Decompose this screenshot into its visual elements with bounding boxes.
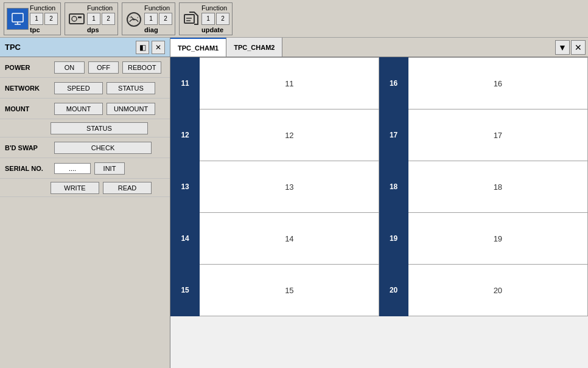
right-panel-header: TPC_CHAM1 TPC_CHAM2 ▼ ✕ [170,38,588,57]
panel-title: TPC [5,43,133,52]
grid-right-val: 18 [408,161,587,213]
tab-tpc-cham2[interactable]: TPC_CHAM2 [226,38,282,57]
toolbar: Function 1 2 tpc Function 1 2 dps [0,0,588,38]
svg-rect-5 [78,16,82,18]
tab-tpc-cham1[interactable]: TPC_CHAM1 [170,38,226,57]
table-row: 13131818 [171,161,588,213]
dps-btn-2[interactable]: 2 [102,13,115,25]
update-func-label: Function [201,4,228,12]
grid-left-num: 13 [171,161,200,213]
tpc-btn-1[interactable]: 1 [30,13,43,25]
diag-btn-2[interactable]: 2 [159,13,172,25]
tpc-icon[interactable] [7,8,29,30]
power-on-button[interactable]: ON [54,61,85,74]
write-read-row: WRITE READ [0,179,170,197]
mount-status-row: STATUS [0,119,170,137]
toolbar-group-diag: Function 1 2 diag [122,2,175,35]
svg-rect-0 [12,13,23,22]
mount-button[interactable]: MOUNT [54,103,103,115]
toolbar-group-update: Function 1 2 update [179,2,233,35]
bd-swap-row: B'D SWAP CHECK [0,137,170,158]
right-panel: TPC_CHAM1 TPC_CHAM2 ▼ ✕ 1111161612121717… [170,38,588,368]
serial-no-label: SERIAL NO. [5,165,51,172]
toolbar-group-dps: Function 1 2 dps [65,2,118,35]
power-reboot-button[interactable]: REBOOT [122,61,161,74]
filter-button[interactable]: ▼ [555,40,570,55]
network-label: NETWORK [5,85,51,92]
grid-right-val: 16 [408,58,587,109]
pin-button[interactable]: ◧ [136,41,149,54]
grid-left-num: 11 [171,58,200,109]
mount-status-button[interactable]: STATUS [51,122,148,134]
table-row: 11111616 [171,58,588,109]
update-btn-1[interactable]: 1 [201,13,215,25]
diag-func-label: Function [144,4,171,12]
update-label: update [201,26,229,33]
grid-right-num: 19 [379,213,408,265]
grid-right-val: 19 [408,213,587,265]
network-status-button[interactable]: STATUS [107,82,155,94]
network-speed-button[interactable]: SPEED [54,82,103,94]
tpc-btn-2[interactable]: 2 [44,13,58,25]
grid-left-val: 12 [200,109,379,161]
grid-right-num: 16 [379,58,408,109]
main-area: TPC ◧ ✕ POWER ON OFF REBOOT NETWORK SPEE… [0,38,588,368]
toolbar-group-tpc: Function 1 2 tpc [4,2,61,35]
left-panel: TPC ◧ ✕ POWER ON OFF REBOOT NETWORK SPEE… [0,38,170,368]
serial-no-init-button[interactable]: INIT [94,162,125,175]
grid-right-val: 17 [408,109,587,161]
power-off-button[interactable]: OFF [88,61,119,74]
power-label: POWER [5,64,51,71]
grid-left-val: 14 [200,213,379,265]
diag-label: diag [144,26,172,33]
table-row: 12121717 [171,109,588,161]
network-row: NETWORK SPEED STATUS [0,78,170,99]
svg-rect-11 [184,15,194,23]
close-panel-button[interactable]: ✕ [152,41,165,54]
tpc-label: tpc [30,26,58,33]
close-right-button[interactable]: ✕ [571,40,586,55]
bd-swap-check-button[interactable]: CHECK [54,142,152,154]
read-button[interactable]: READ [103,182,152,194]
dps-icon[interactable] [68,8,86,30]
svg-point-8 [133,18,135,20]
bd-swap-label: B'D SWAP [5,144,51,151]
dps-label: dps [87,26,115,33]
grid-left-num: 15 [171,265,200,316]
table-row: 15152020 [171,265,588,316]
diag-icon[interactable] [125,8,143,30]
unmount-button[interactable]: UNMOUNT [107,103,155,115]
svg-point-4 [72,16,77,21]
grid-left-val: 11 [200,58,379,109]
serial-no-row: SERIAL NO. INIT [0,158,170,179]
mount-row: MOUNT MOUNT UNMOUNT [0,99,170,119]
power-row: POWER ON OFF REBOOT [0,57,170,78]
update-icon[interactable] [182,8,200,30]
grid-left-val: 13 [200,161,379,213]
serial-no-input[interactable] [54,163,91,174]
grid-right-val: 20 [408,265,587,316]
svg-line-9 [130,17,131,18]
grid-right-num: 17 [379,109,408,161]
dps-btn-1[interactable]: 1 [87,13,100,25]
mount-label: MOUNT [5,105,51,113]
svg-line-10 [138,17,139,18]
grid-left-num: 14 [171,213,200,265]
table-row: 14141919 [171,213,588,265]
grid-right-num: 20 [379,265,408,316]
tpc-func-label: Function [30,4,57,12]
grid-left-num: 12 [171,109,200,161]
grid-table: 1111161612121717131318181414191915152020 [170,57,588,316]
grid-container: 1111161612121717131318181414191915152020 [170,57,588,368]
dps-func-label: Function [87,4,114,12]
grid-right-num: 18 [379,161,408,213]
update-btn-2[interactable]: 2 [216,13,229,25]
write-button[interactable]: WRITE [51,182,99,194]
grid-left-val: 15 [200,265,379,316]
diag-btn-1[interactable]: 1 [144,13,158,25]
left-panel-header: TPC ◧ ✕ [0,38,170,57]
